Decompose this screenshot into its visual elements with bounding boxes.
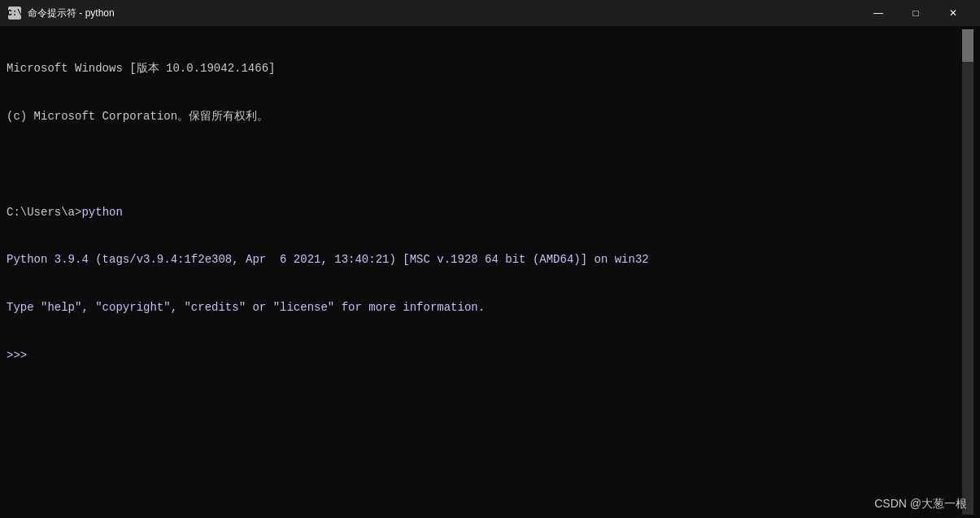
copyright-line: (c) Microsoft Corporation。保留所有权利。 bbox=[7, 109, 962, 125]
scrollbar-thumb[interactable] bbox=[962, 29, 973, 62]
title-bar: C:\ 命令提示符 - python — □ ✕ bbox=[0, 0, 980, 26]
windows-version-line: Microsoft Windows [版本 10.0.19042.1466] bbox=[7, 61, 962, 77]
python-cmd-line: C:\Users\a>python bbox=[7, 205, 962, 221]
hint-line: Type "help", "copyright", "credits" or "… bbox=[7, 300, 962, 316]
close-button[interactable]: ✕ bbox=[934, 0, 972, 26]
scrollbar[interactable] bbox=[962, 29, 973, 515]
window: C:\ 命令提示符 - python — □ ✕ Microsoft Windo… bbox=[0, 0, 980, 518]
maximize-button[interactable]: □ bbox=[897, 0, 934, 26]
cmd-prefix: C:\Users\a> bbox=[7, 206, 81, 219]
watermark: CSDN @大葱一根 bbox=[874, 497, 967, 511]
python-version-line: Python 3.9.4 (tags/v3.9.4:1f2e308, Apr 6… bbox=[7, 252, 962, 268]
console-area[interactable]: Microsoft Windows [版本 10.0.19042.1466] (… bbox=[0, 26, 980, 518]
title-bar-controls: — □ ✕ bbox=[860, 0, 972, 26]
window-icon: C:\ bbox=[8, 7, 21, 20]
blank-line bbox=[7, 157, 962, 173]
prompt-line: >>> bbox=[7, 348, 962, 364]
python-command: python bbox=[81, 206, 122, 219]
console-output: Microsoft Windows [版本 10.0.19042.1466] (… bbox=[7, 29, 962, 515]
minimize-button[interactable]: — bbox=[860, 0, 897, 26]
window-title: 命令提示符 - python bbox=[28, 7, 860, 20]
